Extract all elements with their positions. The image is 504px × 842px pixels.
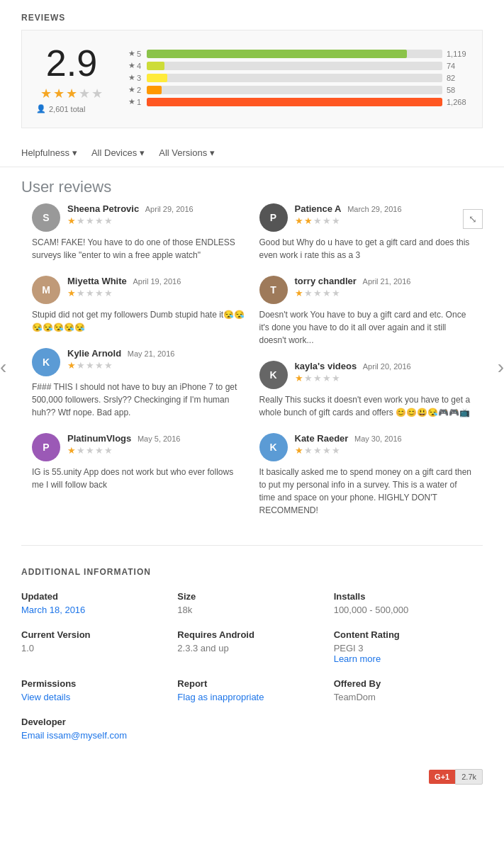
info-label: Size [177, 591, 326, 602]
star: ★ [332, 288, 340, 298]
bar-fill-2 [147, 86, 162, 94]
info-label: Content Rating [334, 629, 483, 640]
chevron-down-icon: ▾ [140, 147, 145, 158]
info-value: 2.3.3 and up [177, 643, 326, 653]
reviewer-name-kayla: kayla's videos [295, 361, 357, 371]
review-header-kate: K Kate Raeder May 30, 2016 ★★★★★ [259, 433, 473, 461]
info-label: Permissions [21, 678, 170, 689]
reviews-right-column: P Patience A March 29, 2016 ★★★★★ Good b… [252, 203, 480, 531]
star: ★ [77, 445, 85, 456]
filter-helpfulness[interactable]: Helpfulness ▾ [21, 147, 77, 158]
review-text-torry: Doesn't work You have to buy a gift card… [259, 308, 473, 347]
star-2: ★ [53, 86, 65, 101]
review-kylie: K Kylie Arnold May 21, 2016 ★★★★★ F### T… [32, 348, 245, 419]
gplus-container: G+1 2.7k [0, 762, 504, 799]
review-stars-patience: ★★★★★ [295, 215, 473, 226]
filter-devices[interactable]: All Devices ▾ [91, 147, 145, 158]
bar-fill-3 [147, 74, 167, 82]
review-platinum: P PlatinumVlogs May 5, 2016 ★★★★★ IG is … [32, 433, 245, 491]
star: ★ [313, 215, 322, 226]
bar-count-1: 1,268 [447, 98, 468, 106]
reviewer-avatar-platinum: P [32, 433, 60, 461]
star: ★ [95, 288, 103, 298]
total-text: 👤 2,601 total [36, 104, 107, 113]
star: ★ [313, 445, 322, 456]
reviewer-avatar-sheena: S [32, 203, 60, 232]
nav-prev-button[interactable]: ‹ [0, 356, 6, 378]
filters-bar: Helpfulness ▾ All Devices ▾ All Versions… [0, 139, 504, 167]
star: ★ [295, 288, 303, 298]
star: ★ [95, 215, 103, 226]
star: ★ [332, 215, 340, 226]
additional-info-title: ADDITIONAL INFORMATION [21, 567, 483, 577]
review-text-platinum: IG is 55.unity App does not work but who… [32, 466, 245, 491]
reviewer-info-kate: Kate Raeder May 30, 2016 ★★★★★ [295, 433, 473, 456]
user-reviews-header: User reviews [0, 167, 504, 203]
info-grid: Updated March 18, 2016 Size 18k Installs… [21, 591, 483, 741]
info-item-developer: Developer Email issam@myself.com [21, 717, 170, 741]
bar-fill-1 [147, 98, 442, 106]
gplus-button[interactable]: G+1 2.7k [429, 769, 483, 785]
reviewer-date-kylie: May 21, 2016 [128, 349, 175, 358]
info-item-content-rating: Content Rating PEGI 3Learn more [334, 629, 483, 664]
info-value: TeamDom [334, 692, 483, 702]
review-header-kayla: K kayla's videos April 20, 2016 ★★★★★ [259, 361, 473, 389]
bar-track-3 [147, 74, 442, 82]
reviewer-avatar-torry: T [259, 276, 288, 304]
star: ★ [295, 445, 303, 456]
star: ★ [304, 445, 313, 456]
info-value[interactable]: March 18, 2016 [21, 605, 170, 615]
star: ★ [86, 445, 94, 456]
review-header-miyetta: M Miyetta White April 19, 2016 ★★★★★ [32, 276, 245, 304]
star: ★ [304, 288, 313, 298]
review-text-kate: It basically asked me to spend money on … [259, 466, 473, 517]
review-miyetta: M Miyetta White April 19, 2016 ★★★★★ Stu… [32, 276, 245, 334]
bars-section: ★ 5 1,119 ★ 4 74 ★ 3 82 ★ 2 58 [128, 49, 468, 109]
big-number: 2.9 [36, 45, 107, 82]
reviewer-avatar-kayla: K [259, 361, 288, 389]
star: ★ [332, 445, 340, 456]
star: ★ [295, 373, 303, 383]
star: ★ [304, 215, 313, 226]
expand-button[interactable]: ⤡ [463, 209, 483, 229]
info-value[interactable]: View details [21, 692, 170, 702]
review-stars-kylie: ★★★★★ [67, 360, 245, 371]
star: ★ [86, 360, 94, 371]
info-label: Requires Android [177, 629, 326, 640]
review-kate: K Kate Raeder May 30, 2016 ★★★★★ It basi… [259, 433, 473, 517]
rating-stars: ★ ★ ★ ★ ★ [36, 86, 107, 101]
info-value[interactable]: Email issam@myself.com [21, 730, 170, 741]
info-item-installs: Installs 100,000 - 500,000 [334, 591, 483, 615]
bar-label-3: ★ 3 [128, 73, 142, 82]
star: ★ [86, 288, 94, 298]
nav-next-button[interactable]: › [498, 356, 504, 378]
star: ★ [332, 373, 340, 383]
star-3: ★ [66, 86, 77, 101]
big-rating: 2.9 ★ ★ ★ ★ ★ 👤 2,601 total [36, 45, 107, 113]
info-label: Offered By [334, 678, 483, 689]
info-item-requires-android: Requires Android 2.3.3 and up [177, 629, 326, 664]
star: ★ [95, 445, 103, 456]
page-title: REVIEWS [0, 0, 504, 30]
star-1: ★ [40, 86, 52, 101]
info-value[interactable]: Flag as inappropriate [177, 692, 326, 702]
star: ★ [67, 445, 76, 456]
reviewer-info-torry: torry chandler April 21, 2016 ★★★★★ [295, 276, 473, 298]
info-value: PEGI 3 [334, 643, 483, 653]
reviews-left-column: S Sheena Petrovic April 29, 2016 ★★★★★ S… [25, 203, 252, 531]
reviewer-name-platinum: PlatinumVlogs [67, 433, 131, 444]
bar-fill-5 [147, 50, 407, 58]
star: ★ [104, 288, 113, 298]
bar-count-4: 74 [447, 62, 468, 70]
filter-versions[interactable]: All Versions ▾ [159, 147, 215, 158]
info-sub-value[interactable]: Learn more [334, 653, 483, 664]
bar-label-1: ★ 1 [128, 97, 142, 106]
reviewer-avatar-kate: K [259, 433, 288, 461]
bar-label-4: ★ 4 [128, 61, 142, 70]
review-torry: T torry chandler April 21, 2016 ★★★★★ Do… [259, 276, 473, 347]
reviewer-info-patience: Patience A March 29, 2016 ★★★★★ [295, 203, 473, 226]
info-label: Developer [21, 717, 170, 727]
info-item-permissions: Permissions View details [21, 678, 170, 702]
bar-track-5 [147, 50, 442, 58]
review-sheena: S Sheena Petrovic April 29, 2016 ★★★★★ S… [32, 203, 245, 262]
